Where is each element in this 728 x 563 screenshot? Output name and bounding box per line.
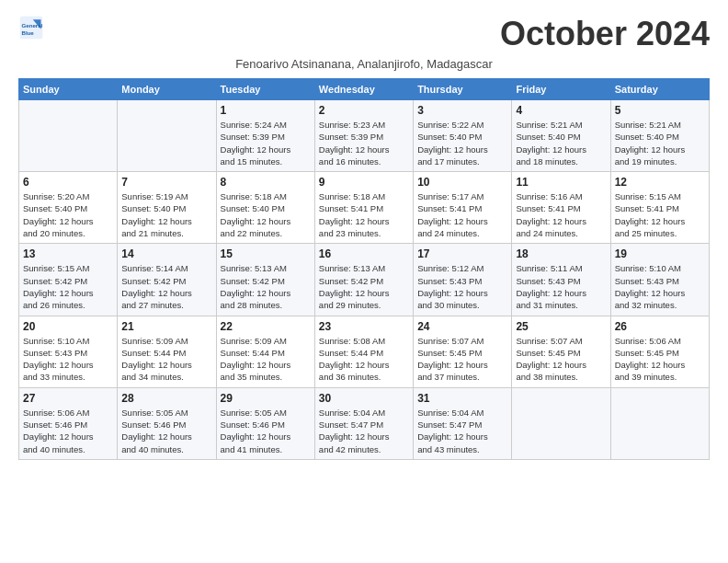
day-number: 24	[417, 320, 507, 333]
calendar-cell: 27Sunrise: 5:06 AM Sunset: 5:46 PM Dayli…	[19, 387, 118, 459]
calendar-cell: 5Sunrise: 5:21 AM Sunset: 5:40 PM Daylig…	[610, 100, 709, 172]
calendar-cell: 1Sunrise: 5:24 AM Sunset: 5:39 PM Daylig…	[216, 100, 314, 172]
calendar-cell: 21Sunrise: 5:09 AM Sunset: 5:44 PM Dayli…	[118, 316, 216, 387]
day-number: 16	[319, 247, 409, 260]
day-number: 20	[23, 320, 113, 333]
calendar-cell: 16Sunrise: 5:13 AM Sunset: 5:42 PM Dayli…	[314, 244, 413, 316]
calendar-cell: 17Sunrise: 5:12 AM Sunset: 5:43 PM Dayli…	[414, 244, 512, 316]
day-info: Sunrise: 5:12 AM Sunset: 5:43 PM Dayligh…	[417, 262, 507, 311]
day-number: 8	[221, 176, 311, 189]
day-header-thursday: Thursday	[414, 79, 512, 100]
svg-text:Blue: Blue	[22, 29, 35, 36]
calendar-cell: 23Sunrise: 5:08 AM Sunset: 5:44 PM Dayli…	[314, 316, 413, 387]
day-info: Sunrise: 5:17 AM Sunset: 5:41 PM Dayligh…	[417, 190, 507, 239]
subtitle: Fenoarivo Atsinanana, Analanjirofo, Mada…	[18, 57, 710, 71]
day-number: 18	[516, 247, 606, 260]
day-number: 26	[615, 320, 705, 333]
logo: General Blue	[18, 15, 44, 40]
calendar-cell: 14Sunrise: 5:14 AM Sunset: 5:42 PM Dayli…	[118, 244, 216, 316]
calendar-cell: 6Sunrise: 5:20 AM Sunset: 5:40 PM Daylig…	[19, 172, 118, 244]
calendar-cell: 3Sunrise: 5:22 AM Sunset: 5:40 PM Daylig…	[414, 100, 512, 172]
calendar-week-3: 13Sunrise: 5:15 AM Sunset: 5:42 PM Dayli…	[19, 244, 710, 316]
day-header-wednesday: Wednesday	[314, 79, 413, 100]
calendar-cell: 7Sunrise: 5:19 AM Sunset: 5:40 PM Daylig…	[118, 172, 216, 244]
day-number: 22	[221, 320, 311, 333]
day-info: Sunrise: 5:23 AM Sunset: 5:39 PM Dayligh…	[319, 119, 409, 167]
day-number: 25	[516, 320, 606, 333]
day-info: Sunrise: 5:04 AM Sunset: 5:47 PM Dayligh…	[319, 407, 409, 455]
calendar-cell	[19, 100, 118, 172]
calendar-cell: 13Sunrise: 5:15 AM Sunset: 5:42 PM Dayli…	[19, 244, 118, 316]
calendar-week-1: 1Sunrise: 5:24 AM Sunset: 5:39 PM Daylig…	[19, 100, 710, 172]
day-number: 10	[417, 176, 507, 189]
day-info: Sunrise: 5:04 AM Sunset: 5:47 PM Dayligh…	[417, 407, 507, 455]
day-number: 5	[615, 104, 705, 117]
day-info: Sunrise: 5:18 AM Sunset: 5:40 PM Dayligh…	[221, 190, 311, 239]
calendar-cell: 26Sunrise: 5:06 AM Sunset: 5:45 PM Dayli…	[610, 316, 709, 387]
logo-icon: General Blue	[18, 15, 44, 40]
day-info: Sunrise: 5:09 AM Sunset: 5:44 PM Dayligh…	[121, 335, 211, 384]
calendar-cell: 20Sunrise: 5:10 AM Sunset: 5:43 PM Dayli…	[19, 316, 118, 387]
day-info: Sunrise: 5:10 AM Sunset: 5:43 PM Dayligh…	[23, 335, 113, 384]
calendar-cell: 9Sunrise: 5:18 AM Sunset: 5:41 PM Daylig…	[314, 172, 413, 244]
calendar-cell: 22Sunrise: 5:09 AM Sunset: 5:44 PM Dayli…	[216, 316, 314, 387]
day-number: 1	[221, 104, 311, 117]
day-info: Sunrise: 5:19 AM Sunset: 5:40 PM Dayligh…	[121, 190, 211, 239]
day-info: Sunrise: 5:22 AM Sunset: 5:40 PM Dayligh…	[417, 119, 507, 167]
day-header-saturday: Saturday	[610, 79, 709, 100]
calendar-cell: 2Sunrise: 5:23 AM Sunset: 5:39 PM Daylig…	[314, 100, 413, 172]
day-info: Sunrise: 5:20 AM Sunset: 5:40 PM Dayligh…	[23, 190, 113, 239]
day-header-friday: Friday	[512, 79, 610, 100]
calendar-cell: 11Sunrise: 5:16 AM Sunset: 5:41 PM Dayli…	[512, 172, 610, 244]
day-number: 27	[23, 392, 113, 405]
day-info: Sunrise: 5:05 AM Sunset: 5:46 PM Dayligh…	[121, 407, 211, 455]
day-number: 29	[221, 392, 311, 405]
day-info: Sunrise: 5:10 AM Sunset: 5:43 PM Dayligh…	[615, 262, 705, 311]
calendar-cell: 10Sunrise: 5:17 AM Sunset: 5:41 PM Dayli…	[414, 172, 512, 244]
day-number: 21	[121, 320, 211, 333]
calendar-cell: 28Sunrise: 5:05 AM Sunset: 5:46 PM Dayli…	[118, 387, 216, 459]
day-info: Sunrise: 5:06 AM Sunset: 5:45 PM Dayligh…	[615, 335, 705, 384]
calendar-week-2: 6Sunrise: 5:20 AM Sunset: 5:40 PM Daylig…	[19, 172, 710, 244]
day-info: Sunrise: 5:18 AM Sunset: 5:41 PM Dayligh…	[319, 190, 409, 239]
day-info: Sunrise: 5:07 AM Sunset: 5:45 PM Dayligh…	[417, 335, 507, 384]
day-info: Sunrise: 5:21 AM Sunset: 5:40 PM Dayligh…	[615, 119, 705, 167]
day-number: 6	[23, 176, 113, 189]
day-number: 11	[516, 176, 606, 189]
calendar-cell: 4Sunrise: 5:21 AM Sunset: 5:40 PM Daylig…	[512, 100, 610, 172]
day-info: Sunrise: 5:15 AM Sunset: 5:41 PM Dayligh…	[615, 190, 705, 239]
day-number: 30	[319, 392, 409, 405]
day-info: Sunrise: 5:06 AM Sunset: 5:46 PM Dayligh…	[23, 407, 113, 455]
calendar-week-5: 27Sunrise: 5:06 AM Sunset: 5:46 PM Dayli…	[19, 387, 710, 459]
calendar-cell	[118, 100, 216, 172]
calendar-cell	[512, 387, 610, 459]
day-header-monday: Monday	[118, 79, 216, 100]
day-info: Sunrise: 5:15 AM Sunset: 5:42 PM Dayligh…	[23, 262, 113, 311]
day-number: 2	[319, 104, 409, 117]
day-info: Sunrise: 5:07 AM Sunset: 5:45 PM Dayligh…	[516, 335, 606, 384]
svg-text:General: General	[22, 22, 43, 29]
day-number: 4	[516, 104, 606, 117]
day-info: Sunrise: 5:09 AM Sunset: 5:44 PM Dayligh…	[221, 335, 311, 384]
page-header: General Blue October 2024	[18, 15, 710, 53]
calendar-cell: 15Sunrise: 5:13 AM Sunset: 5:42 PM Dayli…	[216, 244, 314, 316]
day-number: 7	[121, 176, 211, 189]
calendar-cell: 29Sunrise: 5:05 AM Sunset: 5:46 PM Dayli…	[216, 387, 314, 459]
day-number: 9	[319, 176, 409, 189]
month-title: October 2024	[500, 15, 710, 53]
day-info: Sunrise: 5:13 AM Sunset: 5:42 PM Dayligh…	[319, 262, 409, 311]
day-number: 19	[615, 247, 705, 260]
calendar-table: SundayMondayTuesdayWednesdayThursdayFrid…	[18, 78, 710, 460]
day-number: 28	[121, 392, 211, 405]
calendar-cell: 12Sunrise: 5:15 AM Sunset: 5:41 PM Dayli…	[610, 172, 709, 244]
calendar-cell: 19Sunrise: 5:10 AM Sunset: 5:43 PM Dayli…	[610, 244, 709, 316]
day-header-sunday: Sunday	[19, 79, 118, 100]
day-info: Sunrise: 5:05 AM Sunset: 5:46 PM Dayligh…	[221, 407, 311, 455]
day-number: 3	[417, 104, 507, 117]
day-number: 13	[23, 247, 113, 260]
calendar-cell: 25Sunrise: 5:07 AM Sunset: 5:45 PM Dayli…	[512, 316, 610, 387]
day-info: Sunrise: 5:16 AM Sunset: 5:41 PM Dayligh…	[516, 190, 606, 239]
day-header-tuesday: Tuesday	[216, 79, 314, 100]
day-number: 15	[221, 247, 311, 260]
calendar-cell: 31Sunrise: 5:04 AM Sunset: 5:47 PM Dayli…	[414, 387, 512, 459]
